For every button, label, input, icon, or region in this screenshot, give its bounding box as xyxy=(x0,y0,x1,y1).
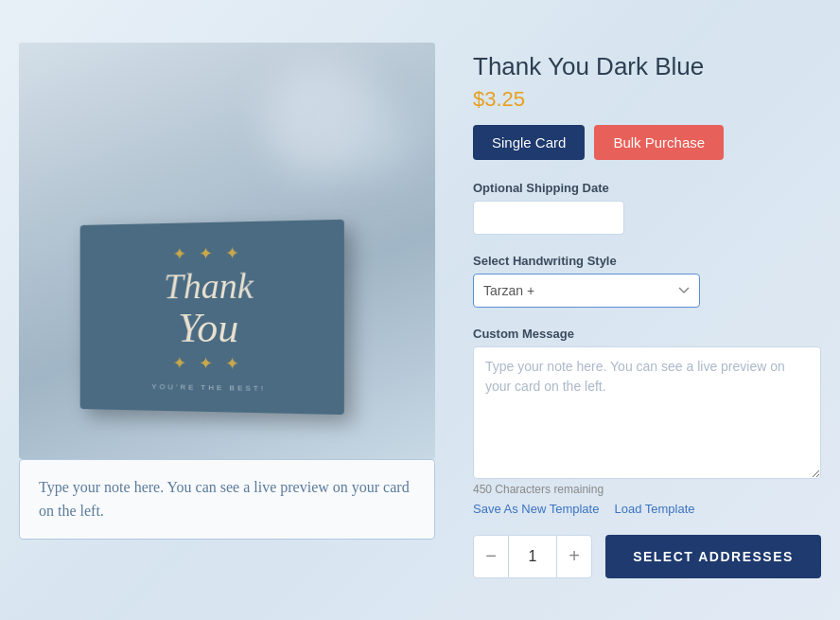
left-column: ✦ ✦ ✦ Thank You ✦ ✦ ✦ YOU'RE THE BEST! T… xyxy=(19,43,435,540)
right-column: Thank You Dark Blue $3.25 Single Card Bu… xyxy=(473,43,821,578)
product-price: $3.25 xyxy=(473,87,821,112)
bulk-purchase-button[interactable]: Bulk Purchase xyxy=(594,125,724,160)
template-links: Save As New Template Load Template xyxy=(473,502,821,516)
select-addresses-button[interactable]: SELECT ADDRESSES xyxy=(605,535,821,578)
handwriting-select[interactable]: Tarzan + xyxy=(473,274,700,308)
shipping-date-input[interactable] xyxy=(473,201,624,235)
single-card-button[interactable]: Single Card xyxy=(473,125,585,160)
custom-message-textarea[interactable] xyxy=(473,346,821,479)
card-thank-text: Thank xyxy=(164,266,254,303)
quantity-decrease-button[interactable]: − xyxy=(473,535,509,578)
save-template-button[interactable]: Save As New Template xyxy=(473,502,599,516)
card-preview-text: Type your note here. You can see a live … xyxy=(39,475,415,523)
product-container: ✦ ✦ ✦ Thank You ✦ ✦ ✦ YOU'RE THE BEST! T… xyxy=(19,43,821,578)
blur-orb-2 xyxy=(341,99,416,175)
purchase-buttons: Single Card Bulk Purchase xyxy=(473,125,821,160)
quantity-increase-button[interactable]: + xyxy=(556,535,592,578)
card-subtitle: YOU'RE THE BEST! xyxy=(151,381,266,392)
quantity-input[interactable] xyxy=(509,535,556,578)
shipping-date-label: Optional Shipping Date xyxy=(473,181,821,195)
card-image: ✦ ✦ ✦ Thank You ✦ ✦ ✦ YOU'RE THE BEST! xyxy=(19,43,435,459)
card-you-text: You xyxy=(178,307,238,348)
custom-message-label: Custom Message xyxy=(473,327,821,341)
quantity-bar: − + SELECT ADDRESSES xyxy=(473,535,821,578)
card-visual: ✦ ✦ ✦ Thank You ✦ ✦ ✦ YOU'RE THE BEST! xyxy=(80,219,344,414)
handwriting-label: Select Handwriting Style xyxy=(473,254,821,268)
load-template-button[interactable]: Load Template xyxy=(614,502,694,516)
card-ornament-top: ✦ ✦ ✦ xyxy=(173,241,244,263)
card-ornament-bottom: ✦ ✦ ✦ xyxy=(173,352,244,374)
product-title: Thank You Dark Blue xyxy=(473,52,821,81)
card-preview-text-box: Type your note here. You can see a live … xyxy=(19,459,435,540)
chars-remaining: 450 Characters remaining xyxy=(473,483,821,496)
